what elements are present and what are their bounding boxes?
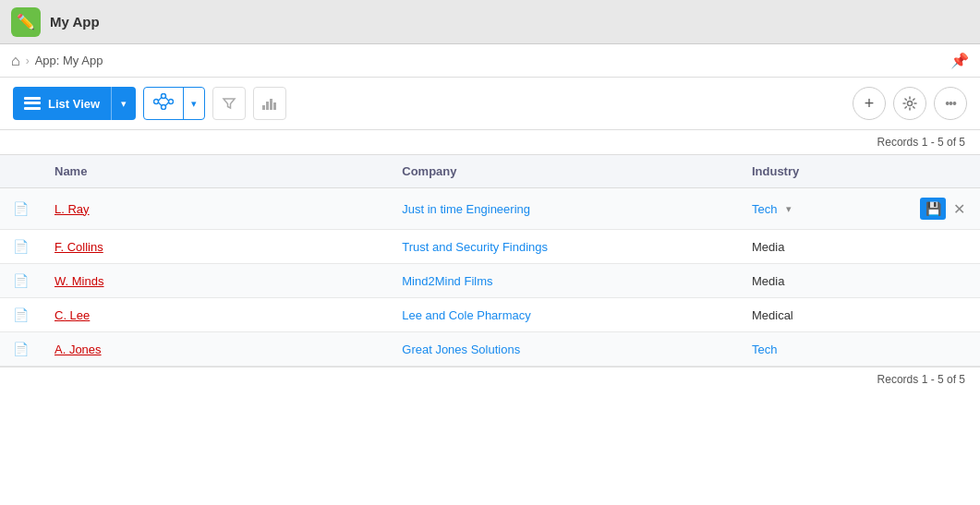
row-doc-icon: 📄 <box>0 298 42 332</box>
svg-line-6 <box>165 98 168 102</box>
chart-button[interactable] <box>253 87 286 120</box>
home-icon[interactable]: ⌂ <box>11 53 20 69</box>
list-view-button[interactable]: List View ▾ <box>13 87 136 120</box>
app-title: My App <box>50 14 100 30</box>
table-row: 📄L. RayJust in time EngineeringTech▾💾✕ <box>0 188 980 230</box>
svg-rect-11 <box>273 102 276 110</box>
row-name[interactable]: L. Ray <box>42 188 389 230</box>
table-row: 📄A. JonesGreat Jones SolutionsTech <box>0 332 980 367</box>
svg-rect-10 <box>270 99 272 110</box>
industry-dropdown-button[interactable]: ▾ <box>782 201 795 217</box>
svg-line-5 <box>159 102 162 106</box>
col-header-company: Company <box>389 155 739 188</box>
list-view-chevron-icon[interactable]: ▾ <box>111 87 136 120</box>
col-header-icon <box>0 155 42 188</box>
row-name[interactable]: C. Lee <box>42 298 389 332</box>
cancel-button[interactable]: ✕ <box>951 198 967 220</box>
row-industry: Media <box>739 264 907 298</box>
table-container: Name Company Industry 📄L. RayJust in tim… <box>0 154 980 367</box>
svg-line-4 <box>159 98 162 102</box>
row-company[interactable]: Great Jones Solutions <box>389 332 739 367</box>
app-icon <box>11 7 41 37</box>
row-doc-icon: 📄 <box>0 264 42 298</box>
workflow-chevron-icon[interactable]: ▾ <box>183 88 204 119</box>
svg-point-12 <box>908 102 913 106</box>
svg-point-2 <box>162 105 166 110</box>
row-actions: 💾✕ <box>907 188 980 230</box>
svg-point-3 <box>169 100 174 104</box>
workflow-button[interactable]: ▾ <box>143 87 205 120</box>
records-count-top: Records 1 - 5 of 5 <box>0 130 980 154</box>
records-count-bottom: Records 1 - 5 of 5 <box>0 367 980 391</box>
table-header-row: Name Company Industry <box>0 155 980 188</box>
row-doc-icon: 📄 <box>0 332 42 367</box>
svg-line-7 <box>165 102 168 106</box>
row-company[interactable]: Lee and Cole Pharmacy <box>389 298 739 332</box>
table-row: 📄C. LeeLee and Cole PharmacyMedical <box>0 298 980 332</box>
row-actions <box>907 298 980 332</box>
table-row: 📄F. CollinsTrust and Security FindingsMe… <box>0 230 980 264</box>
row-actions <box>907 332 980 367</box>
breadcrumb: App: My App <box>35 54 103 67</box>
workflow-icon <box>153 93 174 114</box>
row-industry: Media <box>739 230 907 264</box>
filter-button[interactable] <box>212 87 246 120</box>
row-company[interactable]: Just in time Engineering <box>389 188 739 230</box>
svg-rect-9 <box>266 102 269 110</box>
row-name[interactable]: A. Jones <box>42 332 389 367</box>
row-company[interactable]: Trust and Security Findings <box>389 230 739 264</box>
pin-icon[interactable]: 📌 <box>950 52 969 69</box>
breadcrumb-separator: › <box>26 54 30 67</box>
row-company[interactable]: Mind2Mind Films <box>389 264 739 298</box>
toolbar: List View ▾ ▾ <box>0 78 980 130</box>
records-table: Name Company Industry 📄L. RayJust in tim… <box>0 154 980 367</box>
row-actions <box>907 230 980 264</box>
row-name[interactable]: W. Minds <box>42 264 389 298</box>
settings-button[interactable] <box>893 87 926 120</box>
app-bar: My App <box>0 0 980 44</box>
breadcrumb-bar: ⌂ › App: My App 📌 <box>0 44 980 78</box>
add-button[interactable]: + <box>853 87 886 120</box>
col-header-industry: Industry <box>739 155 907 188</box>
row-industry: Tech▾ <box>739 188 907 230</box>
col-header-actions <box>907 155 980 188</box>
row-doc-icon: 📄 <box>0 188 42 230</box>
list-view-icon <box>24 97 41 110</box>
svg-point-0 <box>154 100 159 104</box>
row-industry: Medical <box>739 298 907 332</box>
svg-point-1 <box>162 94 166 99</box>
row-actions <box>907 264 980 298</box>
table-row: 📄W. MindsMind2Mind FilmsMedia <box>0 264 980 298</box>
svg-rect-8 <box>262 105 265 110</box>
more-button[interactable]: ••• <box>934 87 967 120</box>
row-doc-icon: 📄 <box>0 230 42 264</box>
workflow-main <box>144 88 183 119</box>
row-name[interactable]: F. Collins <box>42 230 389 264</box>
save-button[interactable]: 💾 <box>920 198 946 220</box>
toolbar-right: + ••• <box>853 87 967 120</box>
row-industry: Tech <box>739 332 907 367</box>
col-header-name: Name <box>42 155 389 188</box>
list-view-label: List View <box>48 97 100 111</box>
